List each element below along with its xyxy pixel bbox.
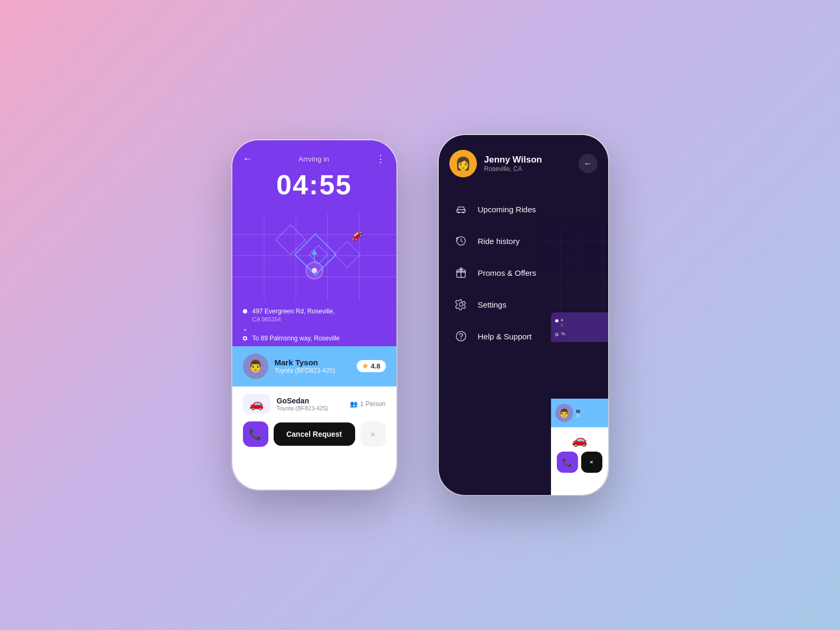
- vehicle-name: GoSedan: [277, 397, 344, 405]
- svg-point-32: [459, 303, 463, 307]
- phone-2: 👩 Jenny Wilson Roseville, CA ←: [439, 135, 608, 495]
- upcoming-rides-icon: [454, 202, 468, 217]
- partial-driver-name: M: [576, 409, 581, 414]
- help-label: Help & Support: [478, 332, 532, 341]
- star-icon: ★: [362, 362, 368, 370]
- vehicle-info: GoSedan Toyota (BF823-425): [277, 397, 344, 411]
- user-location: Roseville, CA: [484, 165, 571, 173]
- svg-point-34: [460, 338, 462, 339]
- settings-icon: [454, 297, 468, 312]
- back-icon: ←: [584, 159, 592, 168]
- bottom-card: 🚗 GoSedan Toyota (BF823-425) 👥 1 Person …: [232, 386, 396, 490]
- svg-rect-9: [275, 225, 305, 255]
- partial-address-section: 4C To: [551, 312, 608, 342]
- destination-row: To 89 Palmsring way, Roseville: [243, 334, 386, 343]
- persons-label: 1 Person: [360, 400, 385, 408]
- rating-value: 4.8: [371, 362, 380, 370]
- driver-card: 👨 Mark Tyson Toyota (BFD823-425) ★ 4.8: [232, 346, 396, 386]
- cancel-button[interactable]: Cancel Request: [274, 422, 355, 446]
- phone-top-area: ← Arrving in ⋮ 04:55: [232, 140, 396, 213]
- from-address: 497 Evergreen Rd, Roseville,: [252, 307, 335, 316]
- from-zip: CA 965354: [252, 316, 335, 322]
- from-address-row: 497 Evergreen Rd, Roseville, CA 965354: [243, 307, 386, 322]
- person-count: 👥 1 Person: [350, 400, 385, 408]
- svg-text:🚗: 🚗: [347, 226, 364, 243]
- partial-cancel-btn[interactable]: ✕: [581, 452, 602, 473]
- countdown-timer: 04:55: [243, 169, 386, 201]
- partial-bottom-card: 🚗 📞 ✕: [551, 427, 608, 495]
- to-dot: [243, 336, 247, 340]
- svg-rect-10: [334, 241, 360, 267]
- promos-label: Promos & Offers: [478, 268, 537, 277]
- car-icon: 🚗: [249, 397, 264, 411]
- svg-point-26: [458, 212, 459, 213]
- partial-driver-car: To: [576, 414, 581, 418]
- menu-item-upcoming-rides[interactable]: Upcoming Rides: [439, 193, 608, 225]
- svg-rect-25: [457, 210, 465, 212]
- svg-marker-14: [312, 249, 317, 255]
- driver-info: Mark Tyson Toyota (BFD823-425): [275, 358, 351, 374]
- chevron-right-icon: »: [371, 429, 375, 439]
- promos-icon: [454, 265, 468, 280]
- menu-item-ride-history[interactable]: Ride history: [439, 225, 608, 257]
- driver-car: Toyota (BFD823-425): [275, 367, 351, 374]
- more-options-icon[interactable]: ⋮: [376, 153, 386, 165]
- svg-point-12: [312, 268, 317, 273]
- call-button[interactable]: 📞: [243, 421, 268, 447]
- ride-history-icon: [454, 233, 468, 248]
- forward-button[interactable]: »: [360, 421, 386, 447]
- vehicle-plate: Toyota (BF823-425): [277, 405, 344, 411]
- partial-call-btn[interactable]: 📞: [557, 452, 578, 473]
- action-row: 📞 Cancel Request »: [243, 421, 386, 447]
- partial-car-emoji: 🚗: [572, 433, 588, 447]
- phone-1: ← Arrving in ⋮ 04:55: [232, 140, 396, 490]
- persons-icon: 👥: [350, 400, 358, 408]
- vehicle-icon-box: 🚗: [243, 394, 270, 414]
- map-area: 🚗: [232, 213, 396, 301]
- to-address: To 89 Palmsring way, Roseville: [252, 334, 340, 343]
- user-name: Jenny Wilson: [484, 155, 571, 165]
- driver-avatar: 👨: [243, 354, 268, 379]
- user-avatar: 👩: [449, 150, 477, 177]
- from-dot: [243, 309, 247, 313]
- menu-item-promos[interactable]: Promos & Offers: [439, 257, 608, 289]
- mid-dot: [244, 329, 246, 331]
- user-header: 👩 Jenny Wilson Roseville, CA ←: [439, 135, 608, 188]
- settings-label: Settings: [478, 300, 507, 309]
- arriving-label: Arrving in: [252, 155, 376, 163]
- back-arrow-icon[interactable]: ←: [243, 154, 252, 165]
- phone-icon: 📞: [249, 428, 262, 440]
- upcoming-rides-label: Upcoming Rides: [478, 205, 536, 214]
- address-section: 497 Evergreen Rd, Roseville, CA 965354 T…: [232, 301, 396, 346]
- partial-driver-card: 👨 M To: [551, 399, 608, 427]
- vehicle-row: 🚗 GoSedan Toyota (BF823-425) 👥 1 Person: [243, 394, 386, 414]
- ride-history-label: Ride history: [478, 237, 520, 246]
- map-svg: 🚗: [232, 213, 396, 301]
- to-address-row: [243, 326, 386, 331]
- help-icon: [454, 329, 468, 344]
- drawer-close-button[interactable]: ←: [579, 154, 598, 173]
- user-info: Jenny Wilson Roseville, CA: [484, 155, 571, 173]
- driver-name: Mark Tyson: [275, 358, 351, 367]
- rating-badge: ★ 4.8: [357, 360, 385, 372]
- svg-point-27: [463, 212, 464, 213]
